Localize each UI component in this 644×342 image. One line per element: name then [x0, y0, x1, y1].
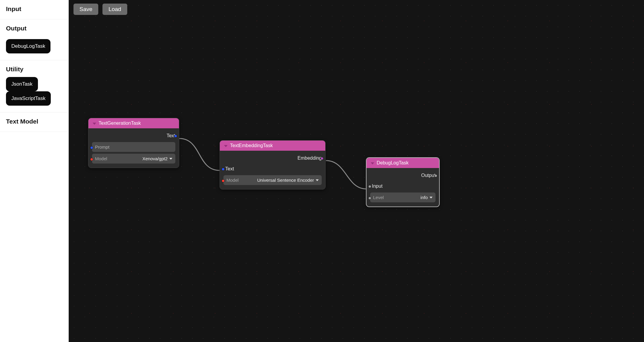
node-text-generation-task[interactable]: TextGenerationTask Text Prompt Model Xen…	[88, 118, 179, 168]
collapse-icon[interactable]	[371, 162, 374, 164]
output-port-output[interactable]	[434, 174, 437, 177]
canvas[interactable]: Save Load TextGenerationTask Text Prompt	[69, 0, 644, 342]
chevron-down-icon	[169, 158, 172, 160]
input-port-level[interactable]	[368, 197, 371, 200]
output-row-output: Output	[370, 171, 436, 180]
node-header[interactable]: TextGenerationTask	[88, 118, 179, 128]
sidebar: Input Output DebugLogTask Utility JsonTa…	[0, 0, 69, 342]
output-label-output: Output	[421, 173, 436, 178]
node-title: TextEmbeddingTask	[230, 143, 273, 148]
sidebar-item-javascripttask[interactable]: JavaScriptTask	[6, 91, 51, 106]
sidebar-section-output: Output DebugLogTask	[0, 19, 68, 60]
sidebar-section-title: Output	[6, 25, 62, 32]
output-label-embedding: Embedding	[298, 155, 322, 161]
save-button[interactable]: Save	[73, 4, 98, 15]
sidebar-section-input: Input	[0, 0, 68, 19]
input-label-input: Input	[372, 184, 383, 189]
input-row-prompt: Prompt	[92, 142, 175, 152]
collapse-icon[interactable]	[224, 145, 228, 147]
level-value: info	[421, 195, 428, 200]
model-select[interactable]: Model Xenova/gpt2	[92, 154, 175, 164]
input-label-text: Text	[225, 166, 234, 172]
sidebar-section-textmodel: Text Model	[0, 113, 68, 132]
output-port-embedding[interactable]	[321, 157, 323, 160]
input-port-model[interactable]	[222, 179, 225, 182]
node-title: DebugLogTask	[377, 160, 409, 166]
node-header[interactable]: DebugLogTask	[367, 158, 439, 168]
node-title: TextGenerationTask	[99, 121, 141, 126]
chevron-down-icon	[430, 197, 433, 198]
input-row-model: Model Xenova/gpt2	[92, 154, 175, 164]
node-text-embedding-task[interactable]: TextEmbeddingTask Embedding Text Model U…	[220, 140, 326, 190]
sidebar-item-jsontask[interactable]: JsonTask	[6, 77, 38, 91]
input-row-text: Text	[223, 164, 322, 173]
toolbar: Save Load	[73, 4, 127, 15]
chevron-down-icon	[316, 179, 319, 181]
output-row-embedding: Embedding	[223, 154, 322, 163]
sidebar-section-utility: Utility JsonTask JavaScriptTask	[0, 60, 68, 113]
collapse-icon[interactable]	[93, 123, 96, 125]
input-port-prompt[interactable]	[90, 146, 93, 149]
model-label: Model	[226, 178, 239, 183]
model-select[interactable]: Model Universal Sentence Encoder	[223, 175, 322, 185]
node-body: Output Input Level info	[367, 168, 439, 207]
node-body: Embedding Text Model Universal Sentence …	[220, 151, 325, 189]
output-row-text: Text	[92, 131, 175, 140]
input-row-input: Input	[370, 182, 436, 191]
node-body: Text Prompt Model Xenova/gpt2	[88, 128, 179, 168]
sidebar-section-title: Utility	[6, 66, 62, 73]
level-label: Level	[373, 195, 384, 200]
model-value: Universal Sentence Encoder	[257, 178, 314, 183]
model-label: Model	[95, 156, 107, 161]
load-button[interactable]: Load	[102, 4, 127, 15]
sidebar-section-title: Input	[6, 5, 62, 13]
canvas-background	[69, 0, 644, 342]
level-select[interactable]: Level info	[370, 192, 436, 202]
sidebar-section-title: Text Model	[6, 118, 62, 125]
prompt-input[interactable]: Prompt	[92, 142, 175, 152]
input-port-model[interactable]	[90, 158, 93, 161]
sidebar-item-debuglogtask[interactable]: DebugLogTask	[6, 39, 50, 53]
node-debug-log-task[interactable]: DebugLogTask Output Input Level info	[366, 158, 439, 207]
input-port-text[interactable]	[222, 168, 225, 171]
input-row-model: Model Universal Sentence Encoder	[223, 175, 322, 185]
prompt-placeholder: Prompt	[95, 144, 109, 150]
model-value: Xenova/gpt2	[142, 156, 168, 161]
node-header[interactable]: TextEmbeddingTask	[220, 141, 325, 151]
output-port-text[interactable]	[174, 135, 177, 138]
input-port-input[interactable]	[368, 185, 371, 188]
input-row-level: Level info	[370, 192, 436, 202]
